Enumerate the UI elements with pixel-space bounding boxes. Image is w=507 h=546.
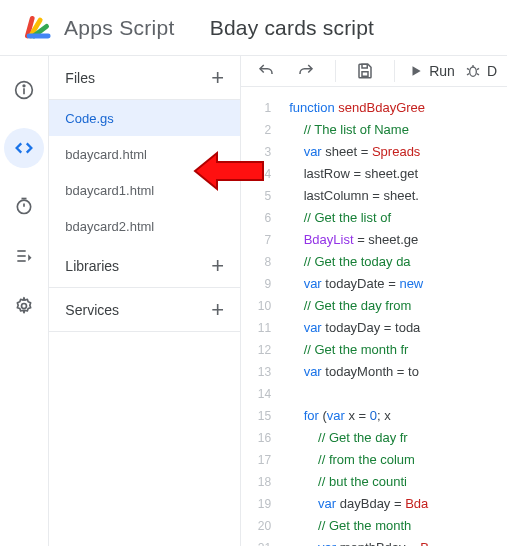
main: Files + Code.gsbdaycard.htmlbdaycard1.ht… bbox=[0, 55, 507, 546]
add-service-icon[interactable]: + bbox=[211, 297, 224, 323]
info-icon[interactable] bbox=[12, 78, 36, 102]
editor-panel: Run D 1234567891011121314151617181920212… bbox=[241, 56, 507, 546]
svg-line-16 bbox=[467, 74, 469, 75]
files-label: Files bbox=[65, 70, 95, 86]
nav-rail bbox=[0, 56, 48, 546]
add-library-icon[interactable]: + bbox=[211, 253, 224, 279]
apps-script-logo bbox=[20, 12, 54, 44]
add-file-icon[interactable]: + bbox=[211, 65, 224, 91]
svg-line-14 bbox=[467, 68, 469, 69]
services-label: Services bbox=[65, 302, 119, 318]
settings-icon[interactable] bbox=[12, 294, 36, 318]
libraries-label: Libraries bbox=[65, 258, 119, 274]
svg-point-3 bbox=[18, 200, 31, 213]
toolbar-divider bbox=[394, 60, 395, 82]
svg-point-9 bbox=[22, 304, 27, 309]
file-item[interactable]: bdaycard.html bbox=[49, 136, 240, 172]
undo-icon[interactable] bbox=[251, 56, 281, 86]
svg-point-2 bbox=[23, 85, 25, 87]
file-item[interactable]: Code.gs bbox=[49, 100, 240, 136]
run-button[interactable]: Run bbox=[409, 63, 455, 79]
svg-line-15 bbox=[477, 68, 479, 69]
debug-label: D bbox=[487, 63, 497, 79]
svg-line-17 bbox=[477, 74, 479, 75]
services-section-header: Services + bbox=[49, 288, 240, 332]
svg-rect-11 bbox=[362, 64, 367, 68]
bug-icon bbox=[465, 63, 481, 79]
file-item[interactable]: bdaycard1.html bbox=[49, 172, 240, 208]
toolbar-divider bbox=[335, 60, 336, 82]
executions-icon[interactable] bbox=[12, 244, 36, 268]
editor-toolbar: Run D bbox=[241, 56, 507, 87]
save-icon[interactable] bbox=[350, 56, 380, 86]
app-title: Apps Script bbox=[64, 16, 175, 40]
run-label: Run bbox=[429, 63, 455, 79]
play-icon bbox=[409, 64, 423, 78]
line-gutter: 1234567891011121314151617181920212223 bbox=[241, 87, 281, 546]
triggers-icon[interactable] bbox=[12, 194, 36, 218]
svg-point-12 bbox=[470, 67, 477, 76]
files-panel: Files + Code.gsbdaycard.htmlbdaycard1.ht… bbox=[48, 56, 241, 546]
svg-rect-10 bbox=[362, 72, 368, 77]
editor-icon[interactable] bbox=[4, 128, 44, 168]
header: Apps Script Bday cards script bbox=[0, 0, 507, 55]
files-section-header: Files + bbox=[49, 56, 240, 100]
redo-icon[interactable] bbox=[291, 56, 321, 86]
file-item[interactable]: bdaycard2.html bbox=[49, 208, 240, 244]
code-content[interactable]: function sendBdayGree // The list of Nam… bbox=[281, 87, 429, 546]
libraries-section-header: Libraries + bbox=[49, 244, 240, 288]
debug-button[interactable]: D bbox=[465, 63, 497, 79]
project-title[interactable]: Bday cards script bbox=[210, 16, 374, 40]
code-area[interactable]: 1234567891011121314151617181920212223 fu… bbox=[241, 87, 507, 546]
